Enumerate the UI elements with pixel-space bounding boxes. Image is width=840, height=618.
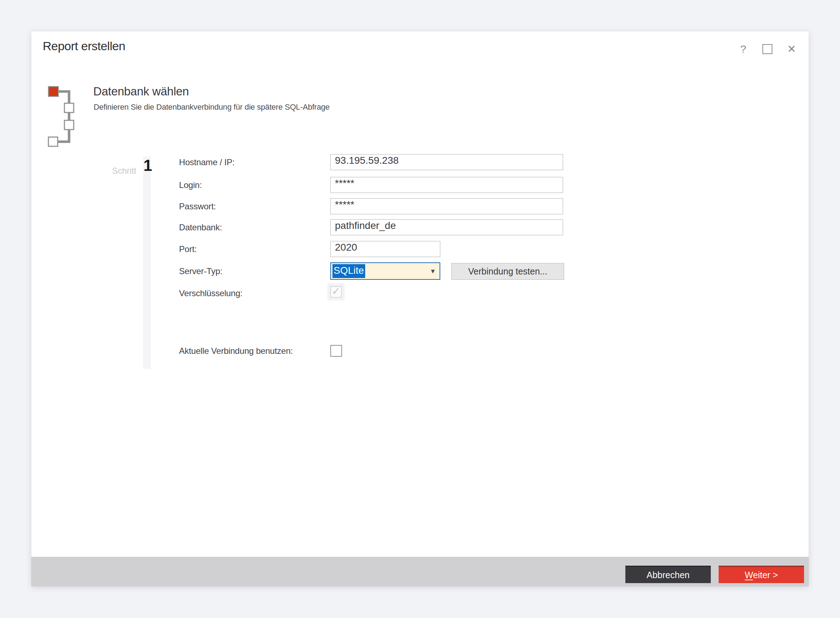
footer-bar: Abbrechen Weiter > — [31, 557, 809, 586]
next-button[interactable]: Weiter > — [718, 566, 804, 583]
server-type-label: Server-Typ: — [179, 266, 223, 276]
maximize-box — [763, 44, 772, 54]
password-label: Passwort: — [179, 202, 216, 211]
encryption-label: Verschlüsselung: — [179, 288, 242, 298]
port-input[interactable] — [330, 241, 440, 257]
chevron-down-icon[interactable]: ▼ — [430, 268, 436, 275]
password-row: Passwort: — [31, 198, 809, 214]
port-label: Port: — [179, 244, 197, 254]
hostname-label: Hostname / IP: — [179, 157, 234, 167]
use-current-connection-label: Aktuelle Verbindung benutzen: — [179, 346, 293, 356]
hostname-row: Hostname / IP: — [31, 154, 809, 170]
login-input[interactable] — [330, 177, 563, 193]
login-label: Login: — [179, 180, 202, 190]
server-type-selected-value: SQLite — [332, 264, 365, 278]
password-input[interactable] — [330, 198, 563, 214]
server-type-select[interactable]: SQLite ▼ — [330, 262, 440, 280]
dialog-title: Report erstellen — [43, 39, 125, 53]
close-icon[interactable]: ✕ — [786, 43, 797, 55]
page-title: Datenbank wählen — [93, 85, 189, 98]
encryption-checkbox-box: ✓ — [330, 286, 342, 298]
encryption-checkbox: ✓ — [328, 283, 344, 300]
check-icon: ✓ — [331, 286, 340, 297]
maximize-icon[interactable] — [762, 43, 773, 55]
test-connection-button[interactable]: Verbindung testen... — [451, 263, 564, 280]
login-row: Login: — [31, 177, 809, 193]
titlebar-icons: ? ✕ — [738, 43, 797, 55]
database-label: Datenbank: — [179, 223, 222, 232]
server-type-row: Server-Typ: SQLite ▼ Verbindung testen..… — [31, 262, 809, 280]
wizard-steps-icon — [47, 85, 76, 149]
report-wizard-dialog: Report erstellen ? ✕ Datenbank wählen De… — [31, 31, 809, 586]
use-current-connection-checkbox[interactable] — [330, 345, 342, 357]
encryption-row: Verschlüsselung: ✓ — [31, 285, 809, 302]
use-current-connection-row: Aktuelle Verbindung benutzen: — [31, 343, 809, 359]
hostname-input[interactable] — [330, 154, 563, 170]
page-subtitle: Definieren Sie die Datenbankverbindung f… — [93, 103, 329, 112]
help-icon[interactable]: ? — [738, 43, 749, 55]
port-row: Port: — [31, 241, 809, 257]
next-button-rest: eiter > — [753, 570, 778, 580]
cancel-button[interactable]: Abbrechen — [625, 566, 711, 583]
next-button-accel: W — [745, 570, 753, 580]
database-row: Datenbank: — [31, 219, 809, 235]
database-input[interactable] — [330, 219, 563, 235]
